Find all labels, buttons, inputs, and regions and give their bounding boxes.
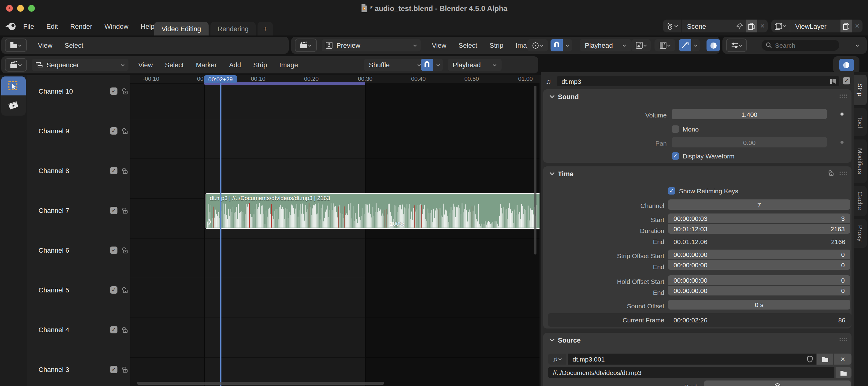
view-layer-name[interactable]: ViewLayer [790, 22, 840, 30]
vertical-scrollbar[interactable] [534, 86, 536, 255]
strip-name-field[interactable]: dt.mp3 [557, 76, 839, 86]
seq-menu-add[interactable]: Add [223, 61, 247, 68]
channel-lock-icon[interactable] [121, 286, 128, 294]
channel-visibility-checkbox[interactable]: ✓ [110, 326, 118, 333]
horizontal-scrollbar[interactable] [137, 382, 384, 385]
collapse-chevron-icon[interactable] [549, 338, 555, 342]
channel-lock-icon[interactable] [121, 366, 128, 374]
blender-logo-icon[interactable] [5, 21, 17, 31]
channel-visibility-checkbox[interactable]: ✓ [110, 87, 118, 95]
properties-filter-button[interactable] [852, 44, 862, 47]
scene-selector[interactable]: Scene ✕ [663, 20, 768, 32]
channel-lock-icon[interactable] [121, 127, 128, 135]
seq-playhead-dropdown[interactable]: Playhead [448, 59, 502, 71]
channel-lock-icon[interactable] [121, 167, 128, 175]
pin-icon[interactable] [737, 23, 743, 29]
panel-drag-dots-icon[interactable] [839, 94, 848, 98]
channel-lock-icon[interactable] [121, 87, 128, 95]
tool-select-box[interactable] [1, 77, 26, 95]
source-panel-title[interactable]: Source [558, 336, 581, 344]
tab-strip[interactable]: Strip [854, 75, 867, 105]
channel-visibility-checkbox[interactable]: ✓ [110, 286, 118, 294]
display-waveform-checkbox[interactable]: ✓ [672, 152, 679, 160]
preview-overlays-toggle[interactable] [707, 39, 720, 51]
preview-menu-select[interactable]: Select [452, 41, 483, 49]
mono-checkbox[interactable] [672, 125, 679, 133]
channel-lock-icon[interactable] [121, 207, 128, 215]
new-scene-button[interactable] [746, 20, 757, 32]
strip-offset-start-field[interactable]: 00:00:00:00 0 [668, 249, 850, 259]
snap-options-sequencer[interactable] [433, 59, 443, 71]
menu-edit[interactable]: Edit [40, 22, 64, 30]
fake-user-shield-icon[interactable] [807, 355, 813, 363]
browse-filepath-button[interactable] [836, 367, 851, 378]
channel-visibility-checkbox[interactable]: ✓ [110, 366, 118, 373]
overlap-mode-dropdown[interactable]: Shuffle [364, 59, 426, 71]
menu-render[interactable]: Render [64, 22, 98, 30]
panel-drag-dots-icon[interactable] [839, 338, 848, 342]
strip-left-handle[interactable]: ❯ [207, 218, 212, 225]
seq-menu-image[interactable]: Image [273, 61, 304, 68]
collapse-chevron-icon[interactable] [549, 95, 555, 98]
preview-playhead-dropdown[interactable]: Playhead [580, 39, 631, 51]
gizmo-button[interactable] [527, 39, 548, 51]
pack-button[interactable] [704, 381, 851, 386]
hold-offset-end-field[interactable]: 00:00:00:00 0 [668, 286, 850, 295]
tab-cache[interactable]: Cache [854, 186, 867, 216]
preview-menu-view[interactable]: View [426, 41, 452, 49]
files-menu-view[interactable]: View [32, 41, 58, 49]
scene-name[interactable]: Scene [682, 22, 737, 30]
channel-visibility-checkbox[interactable]: ✓ [110, 207, 118, 214]
add-workspace-button[interactable]: + [258, 22, 273, 35]
tab-rendering[interactable]: Rendering [210, 22, 256, 35]
seq-menu-marker[interactable]: Marker [190, 61, 223, 68]
sound-panel-title[interactable]: Sound [558, 93, 579, 100]
sound-offset-field[interactable]: 0 s [668, 300, 850, 309]
playhead-badge[interactable]: 00:02+29 [204, 75, 237, 83]
channel-lock-icon[interactable] [121, 326, 128, 334]
filepath-field[interactable]: //../Documents/dtvideos/dt.mp3 [548, 367, 834, 378]
channel-lock-icon[interactable] [121, 246, 128, 255]
seq-menu-select[interactable]: Select [159, 61, 190, 68]
files-menu-select[interactable]: Select [58, 41, 89, 49]
strip-mute-checkbox[interactable]: ✓ [843, 77, 850, 84]
tab-tool[interactable]: Tool [854, 108, 867, 136]
audio-strip[interactable]: dt.mp3 | //../Documents/dtvideos/dt.mp3 … [206, 193, 539, 229]
unlink-sound-button[interactable]: ✕ [834, 354, 851, 364]
menu-window[interactable]: Window [98, 22, 134, 30]
channel-visibility-checkbox[interactable]: ✓ [110, 127, 118, 135]
panel-drag-dots-icon[interactable] [839, 171, 848, 176]
new-view-layer-button[interactable] [840, 20, 852, 32]
tab-modifiers[interactable]: Modifiers [854, 140, 867, 183]
time-lock-icon[interactable] [827, 170, 834, 177]
proportional-edit-options[interactable] [691, 39, 700, 51]
editor-type-button-files[interactable] [5, 38, 27, 52]
preview-display-mode-dropdown[interactable]: Preview [322, 39, 421, 51]
strip-offset-end-field[interactable]: 00:00:00:00 0 [668, 260, 850, 270]
start-field[interactable]: 00:00:00:03 3 [668, 213, 850, 223]
view-transform-button[interactable] [631, 39, 651, 51]
channel-visibility-checkbox[interactable]: ✓ [110, 246, 118, 254]
volume-animate-dot[interactable] [840, 113, 843, 116]
scene-icon[interactable] [663, 20, 682, 32]
tab-proxy[interactable]: Proxy [854, 219, 867, 248]
editor-type-button-properties[interactable] [726, 38, 747, 52]
editor-type-button-preview[interactable] [295, 38, 317, 52]
properties-search-field[interactable]: Search [762, 40, 839, 51]
timeline[interactable]: -00:10 00:00 00:10 00:20 00:30 00:40 00:… [130, 75, 539, 386]
duration-field[interactable]: 00:01:12:03 2163 [668, 224, 850, 234]
hold-offset-start-field[interactable]: 00:00:00:00 0 [668, 275, 850, 285]
show-retiming-checkbox[interactable]: ✓ [668, 187, 675, 195]
snap-options-preview[interactable] [563, 39, 572, 51]
properties-overlays-toggle[interactable] [839, 59, 854, 71]
playhead-line[interactable] [220, 82, 221, 386]
proportional-edit-toggle[interactable] [679, 39, 691, 51]
tab-video-editing[interactable]: Video Editing [154, 22, 208, 35]
view-layer-icon[interactable] [771, 20, 790, 32]
pan-animate-dot[interactable] [840, 141, 843, 144]
display-channels-button[interactable] [654, 39, 675, 51]
view-layer-selector[interactable]: ViewLayer ✕ [771, 20, 863, 32]
channel-visibility-checkbox[interactable]: ✓ [110, 167, 118, 174]
unlink-scene-button[interactable]: ✕ [757, 23, 768, 29]
collapse-chevron-icon[interactable] [549, 172, 555, 176]
